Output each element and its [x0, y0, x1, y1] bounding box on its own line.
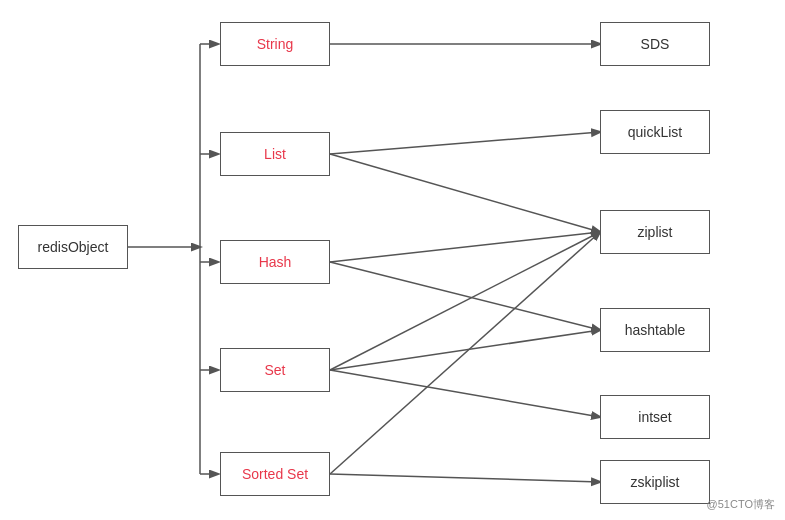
string-node: String: [220, 22, 330, 66]
zskiplist-node: zskiplist: [600, 460, 710, 504]
quicklist-label: quickList: [628, 124, 682, 140]
intset-label: intset: [638, 409, 671, 425]
watermark: @51CTO博客: [707, 497, 775, 512]
hashtable-node: hashtable: [600, 308, 710, 352]
string-label: String: [257, 36, 294, 52]
set-node: Set: [220, 348, 330, 392]
list-node: List: [220, 132, 330, 176]
ziplist-label: ziplist: [637, 224, 672, 240]
zskiplist-label: zskiplist: [630, 474, 679, 490]
sorted-set-node: Sorted Set: [220, 452, 330, 496]
redis-object-node: redisObject: [18, 225, 128, 269]
hash-node: Hash: [220, 240, 330, 284]
intset-node: intset: [600, 395, 710, 439]
hashtable-label: hashtable: [625, 322, 686, 338]
ziplist-node: ziplist: [600, 210, 710, 254]
sorted-set-label: Sorted Set: [242, 466, 308, 482]
hash-label: Hash: [259, 254, 292, 270]
sds-label: SDS: [641, 36, 670, 52]
sds-node: SDS: [600, 22, 710, 66]
list-label: List: [264, 146, 286, 162]
redis-object-label: redisObject: [38, 239, 109, 255]
quicklist-node: quickList: [600, 110, 710, 154]
set-label: Set: [264, 362, 285, 378]
